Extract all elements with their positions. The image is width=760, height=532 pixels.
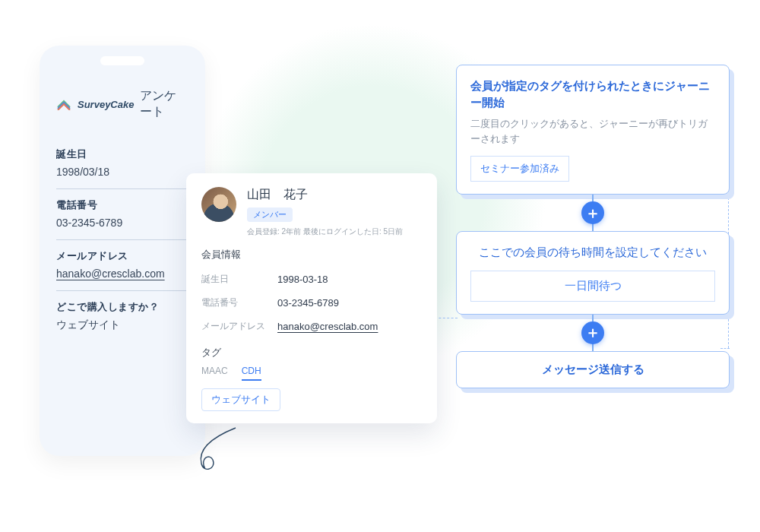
- form-field: メールアドレス hanako@cresclab.com: [56, 240, 188, 291]
- info-row: メールアドレス hanako@cresclab.com: [201, 315, 422, 338]
- phone-notch: [100, 56, 144, 65]
- field-value: 1998/03/18: [56, 166, 188, 178]
- avatar: [201, 187, 236, 222]
- tags-label: タグ: [201, 346, 422, 359]
- plus-icon: ＋: [585, 203, 600, 223]
- node-description: 二度目のクリックがあると、ジャーニーが再びトリガーされます: [470, 116, 715, 147]
- plus-icon: ＋: [585, 322, 600, 343]
- journey-trigger-node[interactable]: 会員が指定のタグを付けられたときにジャーニー開始 二度目のクリックがあると、ジャ…: [456, 65, 730, 195]
- action-label: メッセージ送信する: [542, 363, 644, 375]
- add-step-button[interactable]: ＋: [581, 321, 604, 344]
- brand-name: SurveyCake: [78, 99, 134, 110]
- role-badge: メンバー: [247, 207, 293, 222]
- tab-maac[interactable]: MAAC: [201, 366, 228, 381]
- trigger-tag[interactable]: セミナー参加済み: [470, 156, 569, 182]
- wait-option[interactable]: 一日間待つ: [470, 271, 715, 302]
- flow-connector: ＋: [592, 195, 594, 231]
- profile-card: 山田 花子 メンバー 会員登録: 2年前 最後にログインした日: 5日前 会員情…: [186, 173, 437, 423]
- info-key: 誕生日: [201, 273, 277, 286]
- info-value: 03-2345-6789: [277, 297, 339, 309]
- journey-action-node[interactable]: メッセージ送信する: [456, 351, 730, 388]
- survey-label: アンケート: [140, 88, 188, 120]
- node-title: 会員が指定のタグを付けられたときにジャーニー開始: [470, 78, 715, 112]
- journey-wait-node[interactable]: ここでの会員の待ち時間を設定してください 一日間待つ: [456, 231, 730, 314]
- tab-cdh[interactable]: CDH: [242, 366, 261, 381]
- info-value: 1998-03-18: [277, 274, 328, 285]
- flow-connector: ＋: [592, 315, 594, 351]
- surveycake-logo-icon: [56, 98, 71, 110]
- flow-branch-line: [435, 318, 458, 318]
- info-row: 誕生日 1998-03-18: [201, 268, 422, 291]
- info-value[interactable]: hanako@cresclab.com: [277, 321, 378, 332]
- journey-flow: 会員が指定のタグを付けられたときにジャーニー開始 二度目のクリックがあると、ジャ…: [456, 65, 730, 388]
- phone-mockup: SurveyCake アンケート 誕生日 1998/03/18 電話番号 03-…: [40, 46, 205, 456]
- add-step-button[interactable]: ＋: [581, 201, 604, 224]
- form-field: 電話番号 03-2345-6789: [56, 189, 188, 240]
- profile-meta: 会員登録: 2年前 最後にログインした日: 5日前: [247, 226, 403, 237]
- field-value: ウェブサイト: [56, 318, 188, 332]
- info-row: 電話番号 03-2345-6789: [201, 291, 422, 315]
- info-key: 電話番号: [201, 296, 277, 309]
- tag-chip[interactable]: ウェブサイト: [201, 388, 280, 411]
- field-label: 誕生日: [56, 147, 188, 161]
- profile-name: 山田 花子: [247, 187, 403, 203]
- form-field: どこで購入しますか？ ウェブサイト: [56, 291, 188, 343]
- field-value: hanako@cresclab.com: [56, 268, 188, 280]
- section-title: 会員情報: [201, 248, 422, 261]
- node-title: ここでの会員の待ち時間を設定してください: [470, 244, 715, 261]
- field-value: 03-2345-6789: [56, 217, 188, 229]
- form-field: 誕生日 1998/03/18: [56, 138, 188, 189]
- field-label: メールアドレス: [56, 249, 188, 263]
- tag-source-tabs: MAAC CDH: [201, 366, 422, 381]
- field-label: 電話番号: [56, 198, 188, 212]
- info-key: メールアドレス: [201, 320, 277, 333]
- field-label: どこで購入しますか？: [56, 300, 188, 314]
- survey-header: SurveyCake アンケート: [56, 88, 188, 120]
